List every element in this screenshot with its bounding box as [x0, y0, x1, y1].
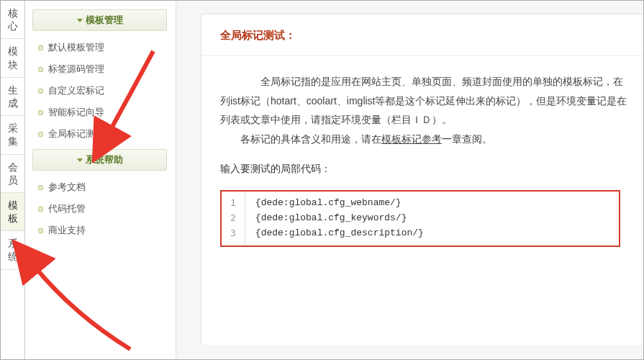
code-input-label: 输入要测试的局部代码：: [201, 156, 643, 180]
sidebar-item-smart-tag-wizard[interactable]: 智能标记向导: [35, 102, 167, 123]
template-tag-reference-link[interactable]: 模板标记参考: [381, 133, 442, 145]
code-editor[interactable]: 123 {dede:global.cfg_webname/} {dede:glo…: [220, 190, 620, 246]
vtab-label: 模块: [5, 45, 20, 71]
sidebar-item-global-tag-test[interactable]: 全局标记测试: [35, 123, 167, 145]
sidebar-item-code-hosting[interactable]: 代码托管: [35, 198, 167, 220]
vtab-label: 核心: [5, 6, 20, 32]
code-body[interactable]: {dede:global.cfg_webname/} {dede:global.…: [245, 192, 619, 245]
group-items-system-help: 参考文档 代码托管 商业支持: [35, 176, 167, 241]
paragraph-text-2-suffix: 一章查阅。: [442, 133, 492, 145]
sidebar-item-reference-doc[interactable]: 参考文档: [35, 176, 167, 198]
group-title: 系统帮助: [86, 154, 123, 165]
paragraph-text-1: 全局标记指的是应用在网站主页、单独页面、频道封面使用的单独的模板标记，在列ist…: [220, 72, 630, 130]
vtab-generate[interactable]: 生成: [1, 78, 24, 116]
page-title: 全局标记测试：: [201, 14, 643, 56]
intro-paragraph: 全局标记指的是应用在网站主页、单独页面、频道封面使用的单独的模板标记，在列ist…: [201, 56, 643, 156]
sidebar-item-default-template[interactable]: 默认模板管理: [35, 37, 167, 58]
vtab-label: 系统: [5, 237, 20, 263]
vtab-label: 采集: [5, 122, 20, 148]
vtab-label: 模板: [5, 199, 20, 225]
caret-down-icon: [77, 158, 83, 162]
group-header-template-manage[interactable]: 模板管理: [32, 9, 167, 31]
group-header-system-help[interactable]: 系统帮助: [32, 149, 167, 171]
content-area: 全局标记测试： 全局标记指的是应用在网站主页、单独页面、频道封面使用的单独的模板…: [176, 1, 643, 359]
code-line: {dede:global.cfg_keywords/}: [255, 212, 407, 223]
vtab-system[interactable]: 系统: [1, 231, 24, 269]
sidebar-item-custom-macro[interactable]: 自定义宏标记: [35, 80, 167, 102]
code-line: {dede:global.cfg_description/}: [255, 228, 424, 238]
paragraph-text-2-prefix: 各标记的具体含义和用途，请在: [220, 133, 381, 145]
vtab-core[interactable]: 核心: [1, 1, 24, 39]
sidebar-panel: 模板管理 默认模板管理 标签源码管理 自定义宏标记 智能标记向导 全局标记测试 …: [25, 1, 176, 359]
vtab-module[interactable]: 模块: [1, 39, 24, 77]
sidebar-item-commercial-support[interactable]: 商业支持: [35, 220, 167, 241]
content-card: 全局标记测试： 全局标记指的是应用在网站主页、单独页面、频道封面使用的单独的模板…: [201, 14, 643, 345]
vtab-label: 会员: [5, 161, 20, 186]
group-items-template-manage: 默认模板管理 标签源码管理 自定义宏标记 智能标记向导 全局标记测试: [35, 37, 167, 145]
sidebar-item-tag-source[interactable]: 标签源码管理: [35, 58, 167, 80]
left-vertical-tabs: 核心 模块 生成 采集 会员 模板 系统: [1, 1, 25, 359]
code-line: {dede:global.cfg_webname/}: [255, 197, 402, 208]
caret-down-icon: [77, 19, 83, 22]
vtab-template[interactable]: 模板: [1, 193, 24, 231]
vtab-label: 生成: [5, 84, 20, 109]
vtab-member[interactable]: 会员: [1, 155, 24, 193]
group-title: 模板管理: [86, 14, 123, 25]
vtab-collect[interactable]: 采集: [1, 116, 24, 154]
code-line-numbers: 123: [222, 192, 245, 245]
